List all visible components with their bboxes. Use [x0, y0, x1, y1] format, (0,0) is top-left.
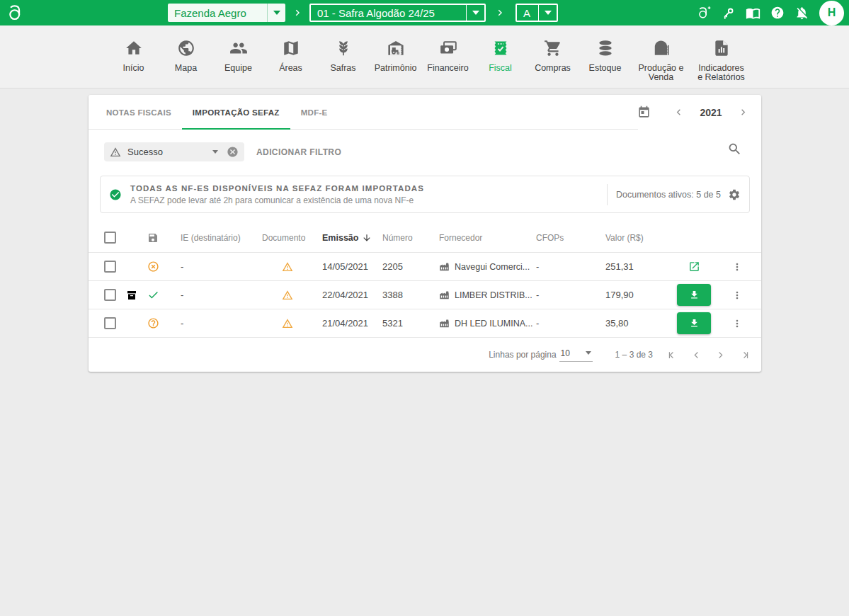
nav-item-equipe[interactable]: Equipe — [212, 39, 265, 88]
wheat-icon — [334, 39, 353, 57]
next-year-icon[interactable] — [738, 107, 748, 118]
rows-per-page-select[interactable]: 10 — [559, 348, 593, 362]
filter-chip[interactable]: Sucesso — [104, 142, 244, 161]
cell-cfops: - — [536, 290, 605, 300]
cell-ie: - — [181, 318, 262, 329]
select-all-checkbox[interactable] — [104, 232, 116, 244]
document-warning-icon — [282, 318, 293, 329]
nav-item-areas[interactable]: Áreas — [265, 39, 317, 88]
calendar-icon[interactable] — [637, 105, 651, 119]
row-menu-icon[interactable] — [731, 318, 743, 329]
nav-item-indicadores-e-relatorios[interactable]: Indicadores e Relatórios — [691, 39, 752, 88]
search-icon[interactable] — [727, 142, 742, 156]
archived-icon — [126, 290, 147, 301]
nav-item-estoque[interactable]: Estoque — [579, 39, 632, 88]
tab-mdf-e[interactable]: MDF-E — [290, 95, 338, 130]
row-menu-icon[interactable] — [731, 261, 743, 273]
chevron-down-icon[interactable] — [467, 11, 484, 15]
factory-icon — [439, 318, 450, 329]
download-button[interactable] — [677, 312, 711, 334]
cell-cfops: - — [536, 318, 605, 329]
factory-icon — [439, 261, 450, 272]
help-icon[interactable] — [770, 6, 785, 20]
clear-filter-icon[interactable] — [227, 146, 239, 158]
download-button[interactable] — [677, 284, 711, 306]
home-icon — [125, 39, 143, 57]
cell-valor: 251,31 — [605, 261, 666, 272]
row-menu-icon[interactable] — [731, 290, 743, 301]
cell-emissao: 21/04/2021 — [322, 318, 382, 329]
pagination-range: 1 – 3 de 3 — [615, 350, 653, 360]
col-ie: IE (destinatário) — [181, 233, 262, 243]
active-documents-label: Documentos ativos: 5 de 5 — [616, 190, 721, 200]
chevron-down-icon[interactable] — [268, 11, 285, 15]
last-page-icon[interactable] — [739, 350, 750, 360]
aegro-logo-icon[interactable] — [6, 4, 25, 22]
warning-icon — [110, 147, 121, 158]
add-filter-button[interactable]: ADICIONAR FILTRO — [256, 142, 341, 161]
book-icon[interactable] — [746, 6, 760, 21]
notifications-off-icon[interactable] — [794, 6, 809, 21]
previous-year-icon[interactable] — [673, 107, 684, 118]
gear-icon[interactable] — [728, 188, 741, 201]
row-checkbox[interactable] — [104, 317, 116, 329]
import-status-banner: TODAS AS NF-ES DISPONÍVEIS NA SEFAZ FORA… — [100, 176, 750, 213]
banner-subtitle: A SEFAZ pode levar até 2h para comunicar… — [130, 195, 424, 205]
cell-valor: 35,80 — [605, 318, 666, 329]
avatar[interactable]: H — [819, 1, 844, 25]
first-page-icon[interactable] — [667, 350, 678, 360]
year-value: 2021 — [684, 107, 738, 118]
cell-numero: 3388 — [382, 290, 439, 300]
year-navigator: 2021 — [637, 95, 748, 130]
table-header: IE (destinatário) Documento Emissão Núme… — [89, 223, 761, 253]
row-checkbox[interactable] — [104, 261, 116, 273]
invite-user-icon[interactable] — [696, 5, 712, 21]
cell-fornecedor: LIMBER DISTRIB... — [455, 290, 532, 300]
tab-notas-fiscais[interactable]: NOTAS FISCAIS — [96, 95, 182, 130]
col-emissao[interactable]: Emissão — [322, 233, 382, 243]
report-chart-icon — [712, 39, 731, 57]
nav-item-inicio[interactable]: Início — [108, 39, 160, 88]
documents-table: IE (destinatário) Documento Emissão Núme… — [89, 223, 761, 338]
nav-item-safras[interactable]: Safras — [317, 39, 370, 88]
check-circle-icon — [109, 188, 122, 201]
sort-desc-icon — [362, 233, 372, 243]
next-page-icon[interactable] — [715, 350, 726, 360]
people-icon — [229, 39, 248, 57]
pagination-controls — [667, 350, 750, 360]
stamp-check-icon — [491, 39, 510, 57]
nav-item-mapa[interactable]: Mapa — [160, 39, 212, 88]
map-icon — [282, 39, 300, 57]
nav-item-compras[interactable]: Compras — [527, 39, 579, 88]
col-fornecedor: Fornecedor — [439, 233, 536, 243]
cell-fornecedor: Navegui Comerci... — [455, 262, 530, 272]
filter-chip-label: Sucesso — [127, 147, 212, 157]
globe-icon — [177, 39, 195, 57]
farm-selector[interactable]: Fazenda Aegro — [168, 4, 285, 22]
row-checkbox[interactable] — [104, 289, 116, 301]
breadcrumb-chevron-icon — [495, 8, 505, 18]
cell-ie: - — [181, 290, 262, 300]
season-selector[interactable]: 01 - Safra Algodão 24/25 — [309, 4, 486, 22]
save-column-icon — [147, 232, 181, 244]
table-row: - 21/04/2021 5321 DH LED ILUMINA... - 35… — [89, 309, 761, 338]
account-selector[interactable]: A — [515, 4, 558, 22]
nav-item-patrimonio[interactable]: Patrimônio — [370, 39, 422, 88]
chevron-down-icon — [586, 351, 591, 355]
chevron-down-icon[interactable] — [212, 150, 218, 154]
key-icon[interactable] — [722, 6, 736, 20]
nav-item-producao-e-venda[interactable]: Produção e Venda — [632, 39, 691, 88]
previous-page-icon[interactable] — [691, 350, 702, 360]
stack-icon — [596, 39, 615, 57]
money-icon — [439, 39, 457, 57]
nav-item-financeiro[interactable]: Financeiro — [422, 39, 474, 88]
chevron-down-icon[interactable] — [539, 11, 557, 15]
farm-selector-value: Fazenda Aegro — [168, 7, 267, 19]
table-footer: Linhas por página 10 1 – 3 de 3 — [89, 338, 761, 372]
silo-icon — [652, 39, 671, 57]
status-pending-icon — [147, 317, 181, 329]
nav-item-fiscal[interactable]: Fiscal — [474, 39, 527, 88]
tab-importacao-sefaz[interactable]: IMPORTAÇÃO SEFAZ — [182, 95, 290, 130]
open-document-icon[interactable] — [688, 261, 700, 273]
cell-emissao: 22/04/2021 — [322, 290, 382, 300]
